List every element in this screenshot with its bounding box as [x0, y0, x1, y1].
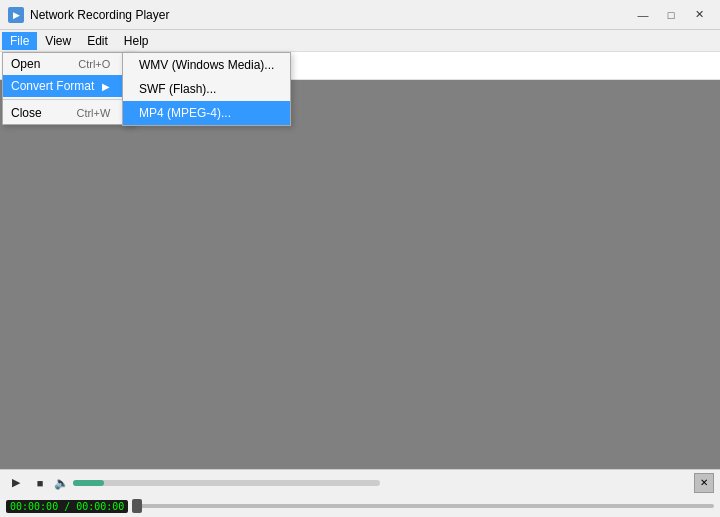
menu-item-view[interactable]: View: [37, 32, 79, 50]
bottom-controls: ▶ ■ 🔈 ✕ 00:00:00 / 00:00:00: [0, 469, 720, 517]
stop-button[interactable]: ■: [30, 473, 50, 493]
submenu-wmv[interactable]: WMV (Windows Media)...: [123, 53, 290, 77]
window-controls: — □ ✕: [630, 5, 712, 25]
volume-slider[interactable]: [73, 480, 380, 486]
seek-bar[interactable]: [132, 504, 714, 508]
maximize-button[interactable]: □: [658, 5, 684, 25]
playback-controls: ▶ ■ 🔈 ✕: [0, 470, 720, 495]
menu-item-edit[interactable]: Edit: [79, 32, 116, 50]
title-bar: ▶ Network Recording Player — □ ✕: [0, 0, 720, 30]
close-button[interactable]: ✕: [686, 5, 712, 25]
menu-separator: [3, 99, 134, 100]
window-title: Network Recording Player: [30, 8, 630, 22]
file-menu-close[interactable]: Close Ctrl+W: [3, 102, 134, 124]
submenu-arrow: ▶: [102, 81, 110, 92]
menu-item-file[interactable]: File: [2, 32, 37, 50]
time-bar: 00:00:00 / 00:00:00: [0, 495, 720, 517]
volume-fill: [73, 480, 104, 486]
play-button[interactable]: ▶: [6, 473, 26, 493]
seek-thumb[interactable]: [132, 499, 142, 513]
file-menu-convert[interactable]: Convert Format ▶: [3, 75, 134, 97]
main-content: [0, 80, 720, 469]
minimize-button[interactable]: —: [630, 5, 656, 25]
submenu-swf[interactable]: SWF (Flash)...: [123, 77, 290, 101]
panel-close-button[interactable]: ✕: [694, 473, 714, 493]
submenu-mp4[interactable]: MP4 (MPEG-4)...: [123, 101, 290, 125]
file-menu-open[interactable]: Open Ctrl+O: [3, 53, 134, 75]
app-icon: ▶: [8, 7, 24, 23]
file-menu-dropdown: Open Ctrl+O Convert Format ▶ Close Ctrl+…: [2, 52, 135, 125]
volume-icon[interactable]: 🔈: [54, 476, 69, 490]
convert-submenu: WMV (Windows Media)... SWF (Flash)... MP…: [122, 52, 291, 126]
menu-bar: File View Edit Help: [0, 30, 720, 52]
menu-item-help[interactable]: Help: [116, 32, 157, 50]
time-display: 00:00:00 / 00:00:00: [6, 500, 128, 513]
